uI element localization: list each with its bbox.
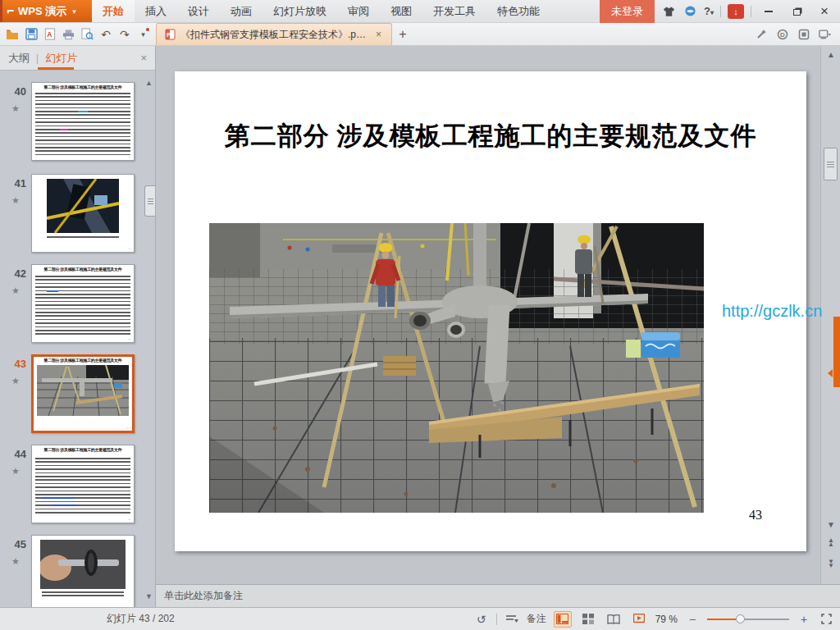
panel-collapse-handle[interactable] <box>144 185 155 217</box>
thumbnail-preview: 第二部分 涉及模板工程施工的主要规范及文件 .. <box>31 264 135 343</box>
display-options-icon[interactable] <box>819 28 832 41</box>
scroll-up-icon[interactable]: ▲ <box>145 79 153 87</box>
zoom-slider-fill <box>707 619 736 620</box>
close-panel-icon[interactable]: × <box>140 52 147 64</box>
history-icon[interactable]: ↺ <box>474 612 489 627</box>
share-globe-icon[interactable] <box>682 4 697 19</box>
open-folder-icon[interactable] <box>5 26 21 43</box>
menu-tab-review[interactable]: 审阅 <box>337 0 380 22</box>
restore-button[interactable] <box>786 3 807 20</box>
new-tab-button[interactable]: + <box>392 23 413 45</box>
thumb-page-dot: .. <box>128 153 130 158</box>
animation-star-icon: ★ <box>11 285 20 296</box>
slide-page[interactable]: 第二部分 涉及模板工程施工的主要规范及文件 <box>175 71 806 551</box>
download-icon[interactable]: ↓ <box>728 4 744 19</box>
fit-to-window-icon[interactable] <box>819 612 833 627</box>
close-button[interactable]: × <box>814 3 835 20</box>
notes-pane[interactable]: 单击此处添加备注 <box>156 584 840 607</box>
slideshow-view-button[interactable] <box>630 611 648 628</box>
help-button[interactable]: ?▾ <box>704 5 714 17</box>
taskpane-collapsed-tab[interactable] <box>833 317 840 387</box>
menu-tab-home[interactable]: 开始 <box>92 0 135 22</box>
slide-number: 41 <box>5 177 26 189</box>
taskpane-arrow-icon[interactable] <box>828 369 833 377</box>
menu-tab-features[interactable]: 特色功能 <box>486 0 550 22</box>
next-slide-icon[interactable]: ▼▼ <box>821 559 840 568</box>
zoom-slider[interactable] <box>707 619 789 620</box>
print-icon[interactable] <box>61 26 76 43</box>
menu-tab-animation[interactable]: 动画 <box>220 0 262 22</box>
slide-photo[interactable] <box>209 223 704 513</box>
animation-star-icon: ★ <box>11 466 20 477</box>
zoom-in-icon[interactable]: + <box>797 612 811 627</box>
menu-tab-insert[interactable]: 插入 <box>135 0 177 22</box>
slide-thumbnail-40[interactable]: 40 ★ 第二部分 涉及模板工程施工的主要规范及文件 .. <box>0 82 155 161</box>
save-icon[interactable] <box>24 26 39 43</box>
menu-tab-slideshow[interactable]: 幻灯片放映 <box>262 0 337 22</box>
slide-number: 43 <box>5 358 26 370</box>
svg-text:D: D <box>780 31 785 39</box>
scroll-up-icon[interactable]: ▲ <box>821 50 840 59</box>
menu-tab-design[interactable]: 设计 <box>177 0 220 22</box>
switch-window-icon[interactable] <box>797 28 810 41</box>
tab-outline[interactable]: 大纲 <box>8 51 30 66</box>
tab-slides[interactable]: 幻灯片 <box>45 51 77 66</box>
notes-lines-icon[interactable] <box>504 612 519 627</box>
slide-title[interactable]: 第二部分 涉及模板工程施工的主要规范及文件 <box>175 119 806 153</box>
vertical-scrollbar[interactable]: ▲ ▼ ▲▲ ▼▼ <box>820 46 840 584</box>
menu-tab-devtools[interactable]: 开发工具 <box>422 0 486 22</box>
thumbnail-preview: 第二部分 涉及模板工程施工的主要规范及文件 .. <box>31 445 135 523</box>
print-preview-icon[interactable] <box>80 26 95 43</box>
close-tab-icon[interactable]: × <box>374 29 383 40</box>
magic-wand-icon[interactable] <box>755 28 768 41</box>
svg-text:P: P <box>167 32 171 38</box>
slide-thumbnail-45[interactable]: 45 ★ <box>0 535 155 607</box>
redo-icon[interactable]: ↷ <box>117 26 133 43</box>
app-name: WPS 演示 <box>18 4 66 19</box>
animation-star-icon: ★ <box>11 556 20 567</box>
thumbnail-title: 第二部分 涉及模板工程施工的主要规范及文件 <box>35 267 130 272</box>
slide-thumbnail-41[interactable]: 41 ★ .. <box>0 174 155 253</box>
reading-view-button[interactable] <box>605 611 623 628</box>
animation-star-icon: ★ <box>11 103 20 114</box>
previous-slide-icon[interactable]: ▲▲ <box>821 538 840 546</box>
menu-tab-view[interactable]: 视图 <box>380 0 422 22</box>
slide-thumbnail-43-selected[interactable]: 43 ★ 第二部分 涉及模板工程施工的主要规范及文件 <box>0 354 155 433</box>
slide-thumbnail-44[interactable]: 44 ★ 第二部分 涉及模板工程施工的主要规范及文件 .. <box>0 445 155 523</box>
scrollbar-thumb[interactable] <box>824 148 838 180</box>
slide-sorter-view-button[interactable] <box>579 611 597 628</box>
scroll-down-icon[interactable]: ▼ <box>821 520 840 529</box>
zoom-out-icon[interactable]: − <box>685 612 700 627</box>
active-tab-underline <box>38 67 74 70</box>
thumbnail-title: 第二部分 涉及模板工程施工的主要规范及文件 <box>35 448 130 453</box>
divider <box>496 614 497 625</box>
slide-page-number: 43 <box>749 508 762 523</box>
animation-star-icon: ★ <box>11 376 20 386</box>
slide-canvas: 第二部分 涉及模板工程施工的主要规范及文件 <box>156 46 840 584</box>
thumbnail-caption <box>42 591 124 598</box>
thumbnail-list: 40 ★ 第二部分 涉及模板工程施工的主要规范及文件 .. 41 ★ <box>0 71 155 607</box>
zoom-percentage[interactable]: 79 % <box>655 614 678 625</box>
skin-tshirt-icon[interactable] <box>661 4 676 19</box>
export-pdf-icon[interactable]: A <box>43 26 58 43</box>
minimize-icon <box>765 11 773 12</box>
notes-toggle-label[interactable]: 备注 <box>527 612 546 626</box>
login-button[interactable]: 未登录 <box>600 0 655 23</box>
minimize-button[interactable] <box>758 3 779 20</box>
animation-star-icon: ★ <box>11 195 20 206</box>
svg-text:A: A <box>47 30 52 39</box>
document-tab[interactable]: P 《扣件式钢管支撑模板工程安全技术》.ppt * × <box>156 23 392 45</box>
slide-thumbnail-42[interactable]: 42 ★ 第二部分 涉及模板工程施工的主要规范及文件 .. <box>0 264 155 343</box>
notes-placeholder: 单击此处添加备注 <box>164 589 243 603</box>
zoom-slider-handle[interactable] <box>736 614 745 623</box>
app-logo[interactable]: ⌐ WPS 演示 ▾ <box>0 0 92 22</box>
thumb-page-dot: .. <box>128 245 130 250</box>
document-tab-label: 《扣件式钢管支撑模板工程安全技术》.ppt * <box>180 28 369 42</box>
scroll-down-icon[interactable]: ▼ <box>145 592 153 600</box>
badge-icon[interactable]: D <box>776 28 789 41</box>
more-commands-dropdown-icon[interactable]: ▾ <box>135 26 151 43</box>
thumbnail-photo <box>40 540 126 589</box>
thumbnail-preview <box>31 535 135 607</box>
normal-view-button[interactable] <box>554 611 572 628</box>
undo-icon[interactable]: ↶ <box>98 26 114 43</box>
